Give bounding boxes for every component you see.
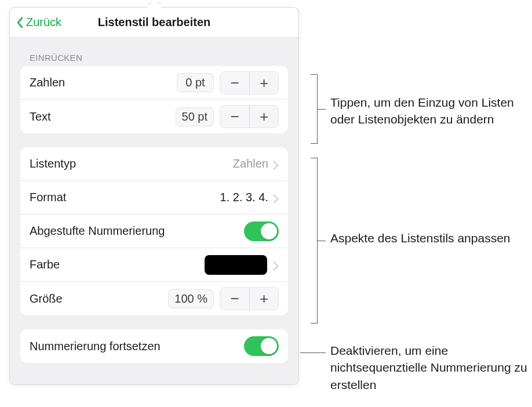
callout-text-3: Deaktivieren, um eine nichtsequenztielle…: [330, 342, 532, 393]
format-value: 1. 2. 3. 4.: [220, 191, 268, 204]
indent-numbers-stepper: − +: [220, 71, 279, 95]
continue-row: Nummerierung fortsetzen: [20, 329, 288, 363]
minus-icon: −: [230, 109, 239, 124]
indent-text-row: Text 50 pt − +: [20, 100, 288, 133]
callout-text-2: Aspekte des Listenstils anpassen: [330, 230, 532, 246]
indent-numbers-increment[interactable]: +: [249, 72, 278, 94]
back-label: Zurück: [26, 16, 61, 29]
size-stepper: − +: [220, 287, 279, 310]
color-swatch: [205, 255, 267, 275]
indent-text-value: 50 pt: [176, 107, 214, 126]
continue-card: Nummerierung fortsetzen: [20, 329, 288, 363]
indent-text-increment[interactable]: +: [249, 106, 278, 128]
listtype-value: Zahlen: [233, 157, 268, 170]
size-increment[interactable]: +: [249, 288, 278, 310]
callout-text-1: Tippen, um den Einzug von Listen oder Li…: [330, 94, 532, 128]
indent-numbers-row: Zahlen 0 pt − +: [20, 66, 288, 100]
tiered-toggle[interactable]: [244, 221, 279, 241]
minus-icon: −: [230, 291, 239, 306]
continue-label: Nummerierung fortsetzen: [30, 340, 244, 353]
format-label: Format: [30, 191, 220, 204]
callout-lead-1: [318, 109, 326, 110]
callout-bracket-2: [311, 158, 318, 324]
size-row: Größe 100 % − +: [20, 282, 288, 315]
indent-heading: EINRÜCKEN: [30, 53, 288, 63]
tiered-label: Abgestufte Nummerierung: [30, 224, 244, 238]
size-label: Größe: [30, 292, 168, 306]
callout-lead-3: [300, 353, 326, 353]
indent-text-label: Text: [30, 110, 176, 123]
header-bar: Zurück Listenstil bearbeiten: [10, 8, 298, 38]
chevron-right-icon: [273, 193, 279, 202]
edit-list-style-popover: Zurück Listenstil bearbeiten EINRÜCKEN Z…: [9, 7, 299, 385]
format-row[interactable]: Format 1. 2. 3. 4.: [20, 181, 288, 215]
indent-text-stepper: − +: [220, 105, 279, 128]
listtype-row[interactable]: Listentyp Zahlen: [20, 147, 288, 181]
chevron-right-icon: [273, 159, 279, 169]
callout-bracket-1: [311, 74, 318, 144]
chevron-right-icon: [273, 260, 279, 270]
back-button[interactable]: Zurück: [16, 8, 61, 37]
color-label: Farbe: [30, 258, 205, 271]
indent-card: Zahlen 0 pt − + Text 50 pt − +: [20, 66, 288, 133]
content-area: EINRÜCKEN Zahlen 0 pt − + Text 50 pt − +: [10, 53, 298, 387]
style-card: Listentyp Zahlen Format 1. 2. 3. 4. Abge…: [20, 147, 288, 315]
size-value: 100 %: [168, 289, 214, 308]
indent-text-decrement[interactable]: −: [220, 106, 249, 128]
header-title: Listenstil bearbeiten: [98, 16, 211, 29]
color-row[interactable]: Farbe: [20, 248, 288, 282]
tiered-row: Abgestufte Nummerierung: [20, 215, 288, 248]
plus-icon: +: [260, 109, 268, 124]
indent-numbers-decrement[interactable]: −: [220, 72, 249, 94]
listtype-label: Listentyp: [30, 157, 233, 170]
size-decrement[interactable]: −: [220, 288, 249, 310]
callout-lead-2: [318, 241, 326, 241]
indent-numbers-label: Zahlen: [30, 76, 177, 89]
plus-icon: +: [260, 291, 268, 306]
chevron-left-icon: [16, 16, 24, 29]
continue-toggle[interactable]: [244, 336, 279, 356]
indent-numbers-value: 0 pt: [177, 73, 214, 92]
minus-icon: −: [230, 75, 239, 90]
plus-icon: +: [260, 75, 268, 90]
